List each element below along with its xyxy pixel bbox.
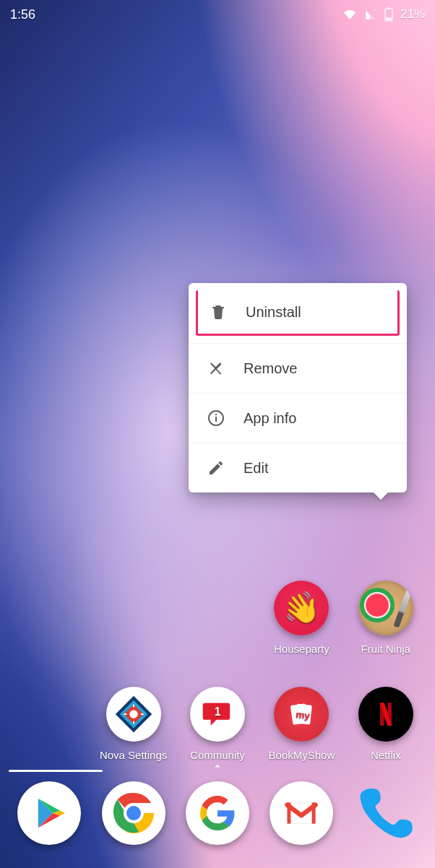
menu-item-label: Edit xyxy=(244,460,268,477)
menu-item-label: Uninstall xyxy=(246,304,301,321)
chrome-icon xyxy=(102,781,165,845)
app-nova-settings[interactable]: Nova Settings xyxy=(91,687,175,761)
menu-item-uninstall[interactable]: Uninstall xyxy=(196,290,400,336)
app-label: Fruit Ninja xyxy=(361,643,410,655)
page-indicator xyxy=(9,770,103,772)
status-bar: 1:56 x 21% xyxy=(0,0,435,29)
fruit-ninja-icon xyxy=(358,581,413,635)
wifi-icon xyxy=(343,9,357,20)
svg-rect-26 xyxy=(312,802,316,823)
dock-item-chrome[interactable] xyxy=(91,781,175,845)
menu-item-edit[interactable]: Edit xyxy=(189,443,407,492)
app-label: Nova Settings xyxy=(100,749,167,761)
home-apps: 👋 Houseparty Fruit Ninja Nova Settings xyxy=(0,581,435,770)
nova-settings-icon xyxy=(106,687,161,742)
close-icon xyxy=(207,360,225,377)
svg-rect-25 xyxy=(288,802,291,823)
app-community[interactable]: 1 Community xyxy=(176,687,259,761)
bookmyshow-icon: my xyxy=(274,687,329,742)
dock-item-play-store[interactable] xyxy=(7,781,91,845)
netflix-icon xyxy=(358,687,413,742)
gmail-icon xyxy=(270,781,333,845)
app-fruit-ninja[interactable]: Fruit Ninja xyxy=(344,581,428,655)
svg-rect-6 xyxy=(215,414,217,415)
dock-item-google[interactable] xyxy=(176,781,259,845)
status-right: x 21% xyxy=(343,7,425,22)
community-icon: 1 xyxy=(190,687,245,742)
app-bookmyshow[interactable]: my BookMyShow xyxy=(259,687,343,761)
dock xyxy=(0,774,435,868)
dock-item-gmail[interactable] xyxy=(259,781,343,845)
cell-signal-no-data-icon: x xyxy=(364,9,377,20)
info-icon xyxy=(207,409,225,427)
app-context-menu: Uninstall Remove App info Edit xyxy=(189,283,407,492)
svg-rect-5 xyxy=(215,417,217,422)
app-netflix[interactable]: Netflix xyxy=(344,687,428,761)
play-store-icon xyxy=(17,781,81,845)
battery-icon xyxy=(384,7,393,22)
houseparty-icon: 👋 xyxy=(274,581,329,635)
dock-item-phone[interactable] xyxy=(344,781,428,845)
svg-text:my: my xyxy=(296,709,311,721)
menu-item-label: App info xyxy=(244,410,296,427)
menu-item-label: Remove xyxy=(244,360,297,377)
app-label: BookMyShow xyxy=(269,749,335,761)
menu-item-app-info[interactable]: App info xyxy=(189,393,407,443)
app-label: Houseparty xyxy=(274,643,330,655)
svg-text:1: 1 xyxy=(215,706,221,718)
trash-icon xyxy=(210,303,227,321)
menu-item-remove[interactable]: Remove xyxy=(189,343,407,393)
phone-icon xyxy=(354,781,418,845)
svg-text:x: x xyxy=(374,9,376,12)
pencil-icon xyxy=(207,459,225,477)
app-houseparty[interactable]: 👋 Houseparty xyxy=(259,581,343,655)
battery-percent: 21% xyxy=(400,7,425,22)
svg-rect-3 xyxy=(386,18,392,20)
google-icon xyxy=(186,781,249,845)
svg-point-10 xyxy=(129,710,138,719)
status-time: 1:56 xyxy=(10,7,35,22)
app-label: Netflix xyxy=(371,749,401,761)
svg-rect-2 xyxy=(387,8,390,9)
app-drawer-handle[interactable] xyxy=(207,760,228,776)
